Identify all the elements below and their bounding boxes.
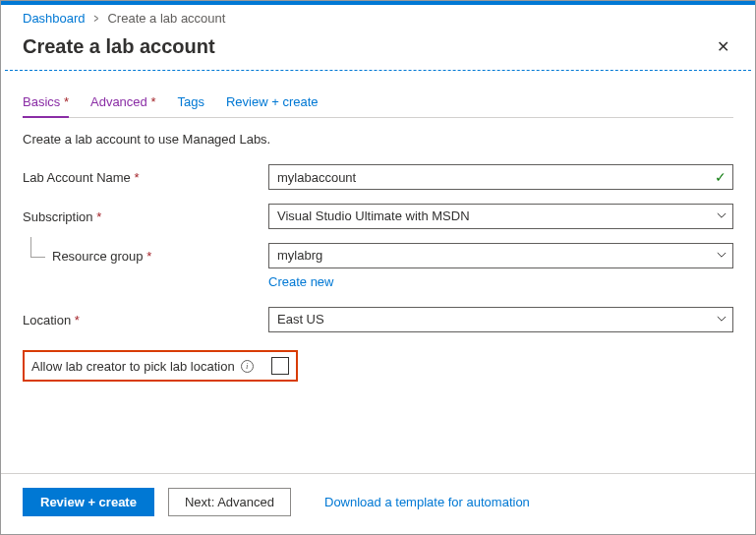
info-icon[interactable]: i xyxy=(241,360,254,373)
footer: Review + create Next: Advanced Download … xyxy=(1,473,755,534)
label-allow-pick-location: Allow lab creator to pick lab location xyxy=(31,359,235,374)
next-advanced-button[interactable]: Next: Advanced xyxy=(168,488,291,516)
label-lab-account-name: Lab Account Name * xyxy=(23,170,268,185)
page-title: Create a lab account xyxy=(23,35,215,58)
lab-account-name-input[interactable] xyxy=(268,164,733,190)
allow-pick-location-checkbox[interactable] xyxy=(271,357,289,375)
header: Create a lab account ✕ xyxy=(1,30,755,70)
breadcrumb-root[interactable]: Dashboard xyxy=(23,11,86,26)
review-create-button[interactable]: Review + create xyxy=(23,488,154,516)
breadcrumb: Dashboard > Create a lab account xyxy=(1,5,755,30)
allow-pick-location-row: Allow lab creator to pick lab location i xyxy=(23,350,298,382)
download-template-link[interactable]: Download a template for automation xyxy=(324,495,530,509)
label-location: Location * xyxy=(23,313,268,327)
resource-group-select[interactable]: mylabrg xyxy=(268,243,733,268)
label-subscription: Subscription * xyxy=(23,209,268,224)
tab-advanced[interactable]: Advanced * xyxy=(90,89,156,117)
breadcrumb-current: Create a lab account xyxy=(107,11,225,26)
tab-review[interactable]: Review + create xyxy=(226,89,319,117)
subscription-select[interactable]: Visual Studio Ultimate with MSDN xyxy=(268,204,733,229)
intro-text: Create a lab account to use Managed Labs… xyxy=(23,132,733,147)
create-new-link[interactable]: Create new xyxy=(268,274,333,289)
label-resource-group: Resource group * xyxy=(23,249,268,264)
tab-tags[interactable]: Tags xyxy=(178,89,204,117)
tab-basics[interactable]: Basics * xyxy=(23,89,69,117)
close-icon[interactable]: ✕ xyxy=(713,33,733,60)
location-select[interactable]: East US xyxy=(268,307,733,332)
chevron-right-icon: > xyxy=(91,11,100,26)
tab-bar: Basics * Advanced * Tags Review + create xyxy=(23,89,733,118)
